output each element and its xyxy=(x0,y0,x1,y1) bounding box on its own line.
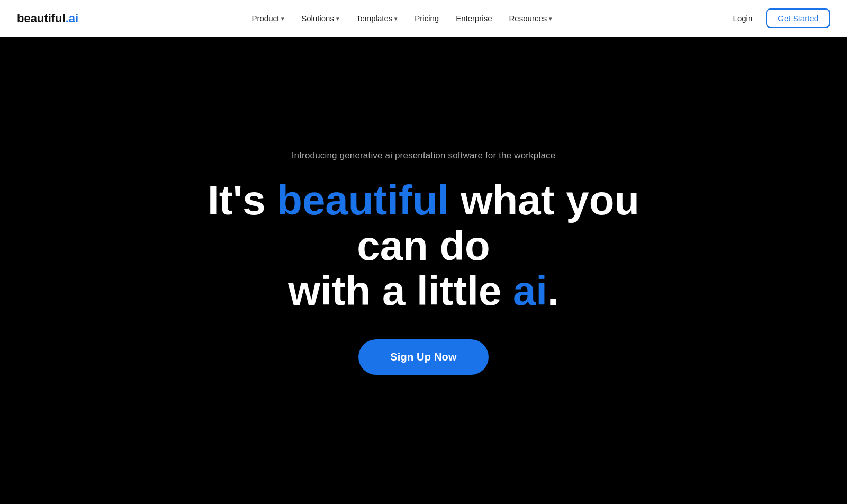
nav-label-templates: Templates xyxy=(356,14,392,23)
headline-part4: . xyxy=(547,267,559,314)
signup-button[interactable]: Sign Up Now xyxy=(358,339,489,375)
nav-label-enterprise: Enterprise xyxy=(456,14,492,23)
chevron-down-icon: ▾ xyxy=(281,15,284,22)
nav-label-resources: Resources xyxy=(509,14,547,23)
nav-right: Login Get Started xyxy=(726,8,830,28)
navigation: beautiful.ai Product ▾ Solutions ▾ Templ… xyxy=(0,0,847,37)
chevron-down-icon: ▾ xyxy=(336,15,339,22)
nav-item-solutions[interactable]: Solutions ▾ xyxy=(294,10,347,27)
nav-item-resources[interactable]: Resources ▾ xyxy=(502,10,560,27)
headline-part1: It's xyxy=(208,177,277,223)
headline-part3: with a little xyxy=(288,267,513,314)
headline-highlight1: beautiful xyxy=(277,177,449,223)
chevron-down-icon: ▾ xyxy=(394,15,398,22)
headline-highlight2: ai xyxy=(513,267,547,314)
hero-subtitle: Introducing generative ai presentation s… xyxy=(292,150,556,161)
nav-item-enterprise[interactable]: Enterprise xyxy=(448,10,499,27)
nav-item-product[interactable]: Product ▾ xyxy=(245,10,292,27)
nav-label-solutions: Solutions xyxy=(301,14,334,23)
hero-section: Introducing generative ai presentation s… xyxy=(0,0,847,504)
logo-text: beautiful xyxy=(17,12,66,25)
get-started-button[interactable]: Get Started xyxy=(766,8,830,28)
login-button[interactable]: Login xyxy=(726,10,760,27)
nav-item-pricing[interactable]: Pricing xyxy=(407,10,446,27)
nav-label-pricing: Pricing xyxy=(415,14,439,23)
logo-ai: ai xyxy=(69,12,78,25)
nav-label-product: Product xyxy=(252,14,280,23)
logo[interactable]: beautiful.ai xyxy=(17,12,78,25)
chevron-down-icon: ▾ xyxy=(549,15,552,22)
nav-item-templates[interactable]: Templates ▾ xyxy=(349,10,405,27)
nav-links: Product ▾ Solutions ▾ Templates ▾ Pricin… xyxy=(245,10,560,27)
hero-headline: It's beautiful what you can do with a li… xyxy=(185,178,662,314)
